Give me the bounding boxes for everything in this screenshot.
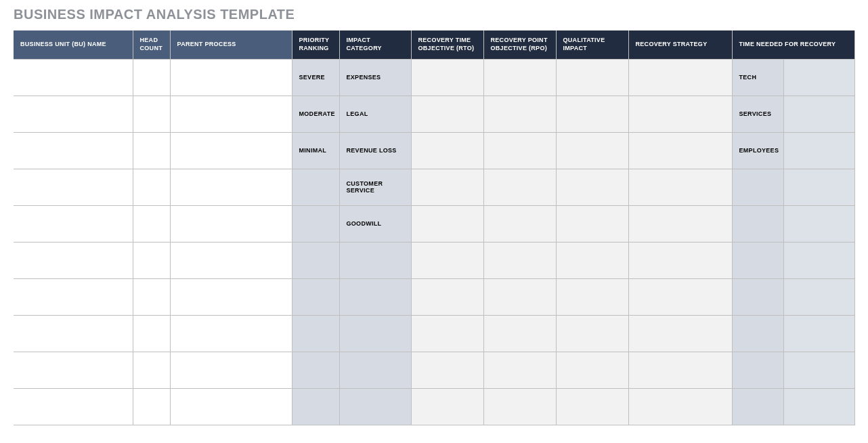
cell-time1: TECH (732, 59, 783, 96)
cell-bu (14, 352, 133, 388)
cell-qualitative (556, 132, 628, 169)
cell-bu (14, 59, 133, 96)
cell-qualitative (556, 388, 628, 425)
header-parent-process: PARENT PROCESS (170, 30, 292, 59)
cell-rto (411, 169, 483, 205)
cell-time1 (732, 388, 783, 425)
cell-parent-process (170, 132, 292, 169)
cell-time1 (732, 169, 783, 205)
header-row: BUSINESS UNIT (BU) NAME HEAD COUNT PAREN… (14, 30, 854, 59)
cell-strategy (628, 315, 732, 352)
cell-priority: SEVERE (292, 59, 339, 96)
header-qualitative: QUALITATIVE IMPACT (556, 30, 628, 59)
table-row (14, 242, 854, 278)
cell-time2 (783, 278, 854, 315)
cell-parent-process (170, 59, 292, 96)
cell-parent-process (170, 242, 292, 278)
cell-strategy (628, 352, 732, 388)
cell-time1 (732, 315, 783, 352)
cell-head-count (133, 205, 170, 242)
table-row: CUSTOMER SERVICE (14, 169, 854, 205)
cell-impact: REVENUE LOSS (339, 132, 411, 169)
cell-impact: LEGAL (339, 96, 411, 132)
cell-qualitative (556, 96, 628, 132)
cell-rpo (483, 315, 556, 352)
cell-impact: CUSTOMER SERVICE (339, 169, 411, 205)
cell-impact: EXPENSES (339, 59, 411, 96)
cell-bu (14, 96, 133, 132)
header-bu: BUSINESS UNIT (BU) NAME (14, 30, 133, 59)
cell-priority (292, 388, 339, 425)
cell-time2 (783, 59, 854, 96)
cell-head-count (133, 352, 170, 388)
cell-time1 (732, 205, 783, 242)
cell-rto (411, 205, 483, 242)
cell-impact (339, 278, 411, 315)
cell-time1 (732, 242, 783, 278)
cell-head-count (133, 96, 170, 132)
header-impact: IMPACT CATEGORY (339, 30, 411, 59)
cell-strategy (628, 132, 732, 169)
cell-rpo (483, 96, 556, 132)
cell-impact (339, 352, 411, 388)
cell-priority (292, 242, 339, 278)
cell-strategy (628, 169, 732, 205)
table-row (14, 352, 854, 388)
cell-rto (411, 132, 483, 169)
cell-time1: SERVICES (732, 96, 783, 132)
cell-bu (14, 315, 133, 352)
cell-head-count (133, 59, 170, 96)
page-title: BUSINESS IMPACT ANALYSIS TEMPLATE (14, 7, 854, 22)
cell-qualitative (556, 352, 628, 388)
cell-bu (14, 388, 133, 425)
cell-head-count (133, 388, 170, 425)
cell-impact: GOODWILL (339, 205, 411, 242)
cell-rto (411, 59, 483, 96)
cell-rpo (483, 59, 556, 96)
cell-head-count (133, 242, 170, 278)
header-time-needed: TIME NEEDED FOR RECOVERY (732, 30, 854, 59)
cell-strategy (628, 59, 732, 96)
cell-impact (339, 242, 411, 278)
cell-impact (339, 388, 411, 425)
cell-priority (292, 278, 339, 315)
cell-rpo (483, 169, 556, 205)
cell-qualitative (556, 205, 628, 242)
table-row: SEVEREEXPENSESTECH (14, 59, 854, 96)
cell-rto (411, 96, 483, 132)
cell-priority: MINIMAL (292, 132, 339, 169)
cell-rto (411, 242, 483, 278)
table-row (14, 388, 854, 425)
cell-strategy (628, 242, 732, 278)
cell-time2 (783, 169, 854, 205)
cell-parent-process (170, 96, 292, 132)
cell-priority (292, 205, 339, 242)
cell-impact (339, 315, 411, 352)
cell-rpo (483, 242, 556, 278)
cell-head-count (133, 315, 170, 352)
header-strategy: RECOVERY STRATEGY (628, 30, 732, 59)
cell-rto (411, 388, 483, 425)
table-row: GOODWILL (14, 205, 854, 242)
table-row (14, 278, 854, 315)
cell-qualitative (556, 315, 628, 352)
cell-rpo (483, 205, 556, 242)
table-row: MINIMALREVENUE LOSSEMPLOYEES (14, 132, 854, 169)
header-rto: RECOVERY TIME OBJECTIVE (RTO) (411, 30, 483, 59)
cell-rto (411, 315, 483, 352)
cell-bu (14, 132, 133, 169)
cell-head-count (133, 278, 170, 315)
cell-qualitative (556, 242, 628, 278)
cell-priority: MODERATE (292, 96, 339, 132)
cell-strategy (628, 278, 732, 315)
cell-parent-process (170, 169, 292, 205)
cell-rto (411, 352, 483, 388)
cell-strategy (628, 205, 732, 242)
cell-qualitative (556, 278, 628, 315)
cell-qualitative (556, 169, 628, 205)
cell-parent-process (170, 388, 292, 425)
cell-bu (14, 205, 133, 242)
header-head-count: HEAD COUNT (133, 30, 170, 59)
header-priority: PRIORITY RANKING (292, 30, 339, 59)
cell-bu (14, 169, 133, 205)
